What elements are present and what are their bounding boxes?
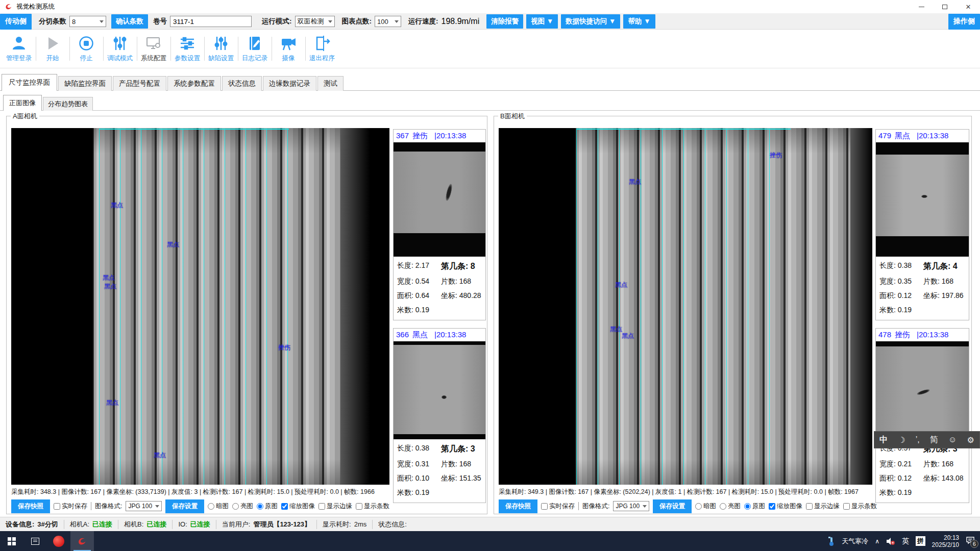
app-logo-icon (5, 3, 13, 11)
ime-emoji-icon[interactable]: ☺ (948, 435, 957, 444)
system-config-button[interactable]: 系统配置 (137, 30, 170, 68)
run-speed-label: 运行速度: (408, 17, 438, 26)
defect-mark: 挫伤 (770, 151, 782, 160)
run-mode-label: 运行模式: (262, 17, 292, 26)
play-icon (44, 35, 61, 52)
zoom-image-checkbox[interactable]: 缩放图像 (769, 502, 802, 511)
taskbar-app-red[interactable] (47, 531, 70, 551)
ime-fullwidth-moon-icon[interactable]: ☽ (898, 435, 905, 445)
param-settings-button[interactable]: 参数设置 (170, 30, 204, 68)
show-count-checkbox[interactable]: 显示条数 (843, 502, 877, 511)
defect-mark: 黑点 (154, 451, 166, 460)
ime-chinese-mode-button[interactable]: 中 (879, 435, 888, 445)
save-snapshot-button[interactable]: 保存快照 (11, 499, 50, 513)
weather-text[interactable]: 天气寒冷 (842, 537, 868, 546)
show-count-checkbox[interactable]: 显示条数 (356, 502, 389, 511)
dark-image-radio[interactable]: 暗图 (695, 502, 716, 511)
main-tabstrip: 尺寸监控界面 缺陷监控界面 产品型号配置 系统参数配置 状态信息 边缘数据记录 … (0, 74, 980, 91)
defect-type: 黑点 (412, 330, 428, 340)
tab-size-monitor[interactable]: 尺寸监控界面 (2, 74, 57, 91)
realtime-save-checkbox[interactable]: 实时保存 (54, 502, 87, 511)
operator-side-button[interactable]: 操作侧 (948, 14, 980, 30)
strip-divider-lines (99, 129, 289, 485)
defect-time: 20:13:38 (436, 131, 466, 140)
image-controls: 保存快照 实时保存 图像格式: JPG 100 保存设置 暗图 亮图 原图 缩放… (499, 499, 877, 513)
tab-status-info[interactable]: 状态信息 (222, 76, 262, 91)
ime-pinyin-badge[interactable]: 拼 (916, 536, 925, 546)
image-format-select[interactable]: JPG 100 (126, 501, 162, 511)
save-snapshot-button[interactable]: 保存快照 (499, 499, 537, 513)
tab-test[interactable]: 测试 (317, 76, 344, 91)
language-indicator[interactable]: 英 (902, 537, 909, 546)
clear-alarm-button[interactable]: 清除报警 (486, 14, 523, 29)
stop-button[interactable]: 停止 (69, 30, 103, 68)
sliders-horizontal-icon (179, 35, 196, 52)
view-menu-button[interactable]: 视图 ▼ (526, 14, 558, 29)
data-quick-access-button[interactable]: 数据快捷访问 ▼ (561, 14, 620, 29)
ime-settings-gear-icon[interactable]: ⚙ (967, 435, 974, 445)
debug-mode-button[interactable]: 调试模式 (103, 30, 137, 68)
device-info: 设备信息: 3#分切 (0, 520, 64, 529)
tray-expand-chevron-icon[interactable]: ∧ (875, 538, 879, 545)
original-image-radio[interactable]: 原图 (257, 502, 278, 511)
image-format-select[interactable]: JPG 100 (613, 501, 649, 511)
drive-side-button[interactable]: 传动侧 (0, 14, 32, 30)
defect-id: 366 (396, 330, 409, 339)
taskbar-tray: 天气寒冷 ∧ 英 拼 20:13 2025/2/10 6 (828, 534, 980, 548)
dark-image-radio[interactable]: 暗图 (208, 502, 229, 511)
subtab-trend-chart[interactable]: 分布趋势图表 (43, 97, 93, 111)
defect-blob (921, 195, 927, 198)
exit-door-icon (313, 35, 331, 52)
io-status: IO: 已连接 (173, 520, 216, 529)
start-button[interactable]: 开始 (36, 30, 69, 68)
camera-button[interactable]: 摄像 (272, 30, 305, 68)
defect-time: 20:13:38 (919, 330, 948, 339)
show-edge-checkbox[interactable]: 显示边缘 (318, 502, 352, 511)
show-edge-checkbox[interactable]: 显示边缘 (806, 502, 840, 511)
defect-mark: 黑点 (629, 178, 641, 186)
realtime-save-checkbox[interactable]: 实时保存 (541, 502, 575, 511)
tab-defect-monitor[interactable]: 缺陷监控界面 (58, 76, 112, 91)
app-logo-icon (77, 536, 87, 546)
close-button[interactable]: ✕ (957, 0, 980, 13)
admin-login-button[interactable]: 管理登录 (2, 30, 36, 68)
save-settings-button[interactable]: 保存设置 (653, 499, 692, 513)
ime-simplified-button[interactable]: 简 (930, 435, 938, 445)
tab-edge-data-record[interactable]: 边缘数据记录 (263, 76, 316, 91)
task-view-icon (31, 538, 39, 545)
strip-edge-fade (850, 128, 872, 485)
strip-edge-fade (340, 128, 370, 485)
help-menu-button[interactable]: 帮助 ▼ (623, 14, 655, 29)
defect-mark: 黑点 (104, 282, 116, 291)
close-icon: ✕ (966, 4, 971, 10)
subtab-front-image[interactable]: 正面图像 (3, 95, 42, 111)
defect-settings-button[interactable]: 缺陷设置 (204, 30, 238, 68)
original-image-radio[interactable]: 原图 (744, 502, 765, 511)
log-record-button[interactable]: 日志记录 (238, 30, 272, 68)
tab-system-param-config[interactable]: 系统参数配置 (167, 76, 221, 91)
maximize-button[interactable] (933, 0, 957, 13)
defect-id: 478 (878, 330, 891, 339)
exit-program-button[interactable]: 退出程序 (305, 30, 339, 68)
chart-points-select[interactable]: 100 (375, 16, 401, 27)
split-count-select[interactable]: 8 (69, 16, 106, 27)
clock[interactable]: 20:13 2025/2/10 (932, 534, 959, 548)
zoom-image-checkbox[interactable]: 缩放图像 (281, 502, 315, 511)
bright-image-radio[interactable]: 亮图 (720, 502, 741, 511)
minimize-button[interactable] (910, 0, 933, 13)
taskbar-app-vision-system[interactable] (70, 531, 94, 551)
ime-punctuation-icon[interactable]: ’, (916, 435, 920, 444)
speaker-muted-icon[interactable] (886, 537, 895, 545)
start-button[interactable] (0, 531, 23, 551)
task-view-button[interactable] (23, 531, 47, 551)
tab-product-model-config[interactable]: 产品型号配置 (113, 76, 166, 91)
notification-center-button[interactable]: 6 (966, 536, 975, 546)
bright-image-radio[interactable]: 亮图 (232, 502, 253, 511)
checkbox-box[interactable] (54, 503, 60, 510)
run-mode-select[interactable]: 双面检测 (295, 16, 335, 27)
roll-number-input[interactable] (170, 16, 252, 27)
defect-mark: 黑点 (622, 332, 634, 340)
save-settings-button[interactable]: 保存设置 (165, 499, 204, 513)
defect-snapshot (876, 341, 969, 439)
confirm-count-button[interactable]: 确认条数 (111, 14, 148, 29)
